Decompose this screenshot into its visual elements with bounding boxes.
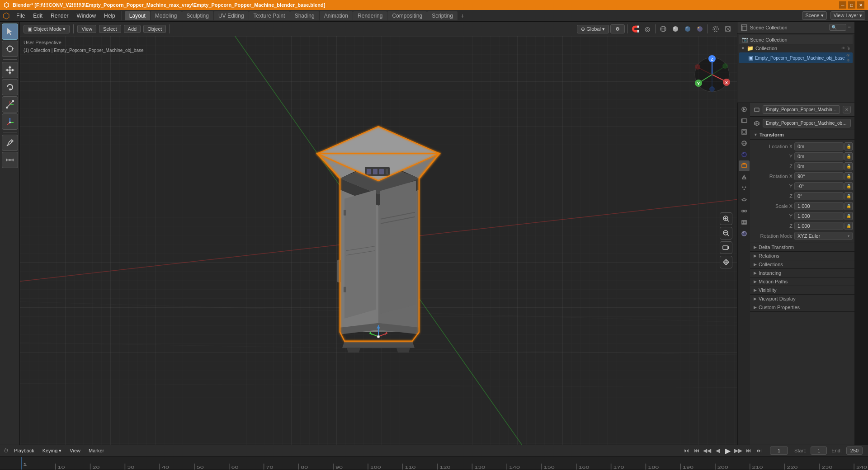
outliner-collection-row[interactable]: ▼ 📁 Collection 👁 🖱 bbox=[739, 44, 853, 52]
overlays-button[interactable] bbox=[710, 24, 721, 34]
outliner-filter-input[interactable]: 🔍 bbox=[829, 24, 846, 31]
scale-x-lock[interactable]: 🔒 bbox=[844, 202, 853, 210]
menu-render[interactable]: Render bbox=[47, 12, 72, 20]
rotation-z-value[interactable]: 0° bbox=[794, 192, 844, 200]
location-z-value[interactable]: 0m bbox=[794, 162, 844, 170]
close-button[interactable]: ✕ bbox=[857, 1, 864, 9]
props-data-icon[interactable] bbox=[739, 217, 750, 228]
transform-section-header[interactable]: ▼ Transform bbox=[750, 130, 854, 140]
prev-frame-button[interactable]: ◀◀ bbox=[703, 446, 712, 455]
rotation-x-value[interactable]: 90° bbox=[794, 172, 844, 180]
scale-z-value[interactable]: 1.000 bbox=[794, 222, 844, 230]
custom-properties-header[interactable]: ▶ Custom Properties bbox=[750, 303, 854, 311]
material-preview-button[interactable] bbox=[682, 24, 693, 34]
props-viewlayer-icon[interactable] bbox=[739, 127, 750, 137]
timeline-keying-menu[interactable]: Keying ▾ bbox=[40, 447, 65, 455]
rotation-x-lock[interactable]: 🔒 bbox=[844, 172, 853, 180]
workspace-animation[interactable]: Animation bbox=[320, 11, 353, 20]
timeline-ruler[interactable]: 1 10 20 30 40 50 60 70 80 90 100 110 120 bbox=[0, 457, 868, 470]
workspace-shading[interactable]: Shading bbox=[290, 11, 319, 20]
outliner-filter-button[interactable]: ≡ bbox=[848, 24, 851, 31]
props-constraints-icon[interactable] bbox=[739, 206, 750, 216]
mesh-name-field[interactable]: Empty_Popcorn_Popper_Machine_obj_base bbox=[763, 119, 851, 127]
props-modifier-icon[interactable] bbox=[739, 172, 750, 183]
timeline-playback-menu[interactable]: Playback bbox=[11, 447, 37, 454]
scale-z-lock[interactable]: 🔒 bbox=[844, 222, 853, 230]
outliner-object-row[interactable]: ▣ Empty_Popcorn_Popper_Machine_obj_base … bbox=[739, 52, 853, 63]
viewport-add-menu[interactable]: Add bbox=[124, 25, 141, 33]
solid-shading-button[interactable] bbox=[670, 24, 681, 34]
viewport-view-menu[interactable]: View bbox=[77, 25, 96, 33]
relations-header[interactable]: ▶ Relations bbox=[750, 252, 854, 260]
view-layer-dropdown[interactable]: View Layer ▾ bbox=[830, 11, 865, 20]
cursor-tool-button[interactable] bbox=[2, 41, 18, 57]
play-button[interactable]: ▶ bbox=[723, 446, 732, 455]
navigation-gizmo[interactable]: Z X Y bbox=[692, 54, 732, 95]
location-y-lock[interactable]: 🔒 bbox=[844, 152, 853, 160]
collections-header[interactable]: ▶ Collections bbox=[750, 260, 854, 268]
proportional-edit-button[interactable]: ◎ bbox=[642, 24, 653, 34]
delta-transform-header[interactable]: ▶ Delta Transform bbox=[750, 243, 854, 251]
props-render-icon[interactable] bbox=[739, 104, 750, 115]
scale-tool-button[interactable] bbox=[2, 96, 18, 113]
snap-toggle-button[interactable]: 🧲 bbox=[630, 24, 641, 34]
workspace-scripting[interactable]: Scripting bbox=[427, 11, 458, 20]
motion-paths-header[interactable]: ▶ Motion Paths bbox=[750, 277, 854, 286]
select-tool-button[interactable] bbox=[2, 24, 18, 40]
3d-object-popcorn-machine[interactable] bbox=[281, 115, 476, 356]
scene-dropdown[interactable]: Scene ▾ bbox=[802, 11, 826, 20]
end-frame-field[interactable]: 250 bbox=[846, 446, 863, 455]
zoom-in-button[interactable] bbox=[720, 212, 732, 225]
add-workspace-button[interactable]: + bbox=[458, 11, 467, 20]
object-name-field[interactable]: Empty_Popcorn_Popper_Machine_obj_base bbox=[763, 105, 840, 114]
props-particles-icon[interactable] bbox=[739, 183, 750, 194]
viewport-object-menu[interactable]: Object bbox=[143, 25, 166, 33]
rotation-mode-dropdown[interactable]: XYZ Euler ▾ bbox=[794, 232, 853, 240]
measure-tool-button[interactable] bbox=[2, 152, 18, 168]
scale-y-lock[interactable]: 🔒 bbox=[844, 212, 853, 220]
global-transform-dropdown[interactable]: ⊕ Global ▾ bbox=[577, 25, 609, 33]
instancing-header[interactable]: ▶ Instancing bbox=[750, 269, 854, 277]
menu-edit[interactable]: Edit bbox=[29, 12, 46, 20]
current-frame-field[interactable]: 1 bbox=[770, 446, 788, 455]
props-output-icon[interactable] bbox=[739, 115, 750, 126]
jump-to-end-button[interactable]: ⏭ bbox=[755, 446, 764, 455]
workspace-rendering[interactable]: Rendering bbox=[353, 11, 387, 20]
timeline-marker-menu[interactable]: Marker bbox=[86, 447, 107, 454]
props-object-icon[interactable] bbox=[739, 160, 750, 171]
rotation-y-lock[interactable]: 🔒 bbox=[844, 182, 853, 190]
menu-help[interactable]: Help bbox=[100, 12, 119, 20]
wireframe-shading-button[interactable] bbox=[658, 24, 669, 34]
annotate-tool-button[interactable] bbox=[2, 135, 18, 151]
location-z-lock[interactable]: 🔒 bbox=[844, 162, 853, 170]
camera-view-button[interactable] bbox=[720, 241, 732, 254]
jump-to-keyframe-end-button[interactable]: ⏭ bbox=[744, 446, 753, 455]
viewport-select-menu[interactable]: Select bbox=[99, 25, 121, 33]
pivot-point-dropdown[interactable] bbox=[610, 24, 625, 33]
workspace-compositing[interactable]: Compositing bbox=[387, 11, 427, 20]
next-frame-button[interactable]: ▶▶ bbox=[734, 446, 743, 455]
move-tool-button[interactable] bbox=[2, 62, 18, 78]
scale-x-value[interactable]: 1.000 bbox=[794, 202, 844, 210]
maximize-button[interactable]: □ bbox=[848, 1, 855, 9]
visibility-header[interactable]: ▶ Visibility bbox=[750, 286, 854, 294]
viewport-display-header[interactable]: ▶ Viewport Display bbox=[750, 295, 854, 303]
location-y-value[interactable]: 0m bbox=[794, 152, 844, 160]
props-material-icon[interactable] bbox=[739, 228, 750, 239]
rotation-y-value[interactable]: -0° bbox=[794, 182, 844, 190]
transform-tool-button[interactable] bbox=[2, 113, 18, 130]
props-physics-icon[interactable] bbox=[739, 194, 750, 205]
start-frame-field[interactable]: 1 bbox=[811, 446, 827, 455]
workspace-layout[interactable]: Layout bbox=[125, 11, 150, 20]
xray-button[interactable] bbox=[722, 24, 733, 34]
scale-y-value[interactable]: 1.000 bbox=[794, 212, 844, 220]
object-mode-dropdown[interactable]: ▣ Object Mode ▾ bbox=[24, 25, 70, 33]
workspace-texture-paint[interactable]: Texture Paint bbox=[249, 11, 290, 20]
jump-to-start-button[interactable]: ⏮ bbox=[682, 446, 691, 455]
menu-window[interactable]: Window bbox=[73, 12, 99, 20]
zoom-out-button[interactable] bbox=[720, 227, 732, 240]
workspace-uv-editing[interactable]: UV Editing bbox=[214, 11, 249, 20]
props-scene-icon[interactable] bbox=[739, 138, 750, 149]
rendered-shading-button[interactable] bbox=[694, 24, 705, 34]
workspace-sculpting[interactable]: Sculpting bbox=[182, 11, 213, 20]
